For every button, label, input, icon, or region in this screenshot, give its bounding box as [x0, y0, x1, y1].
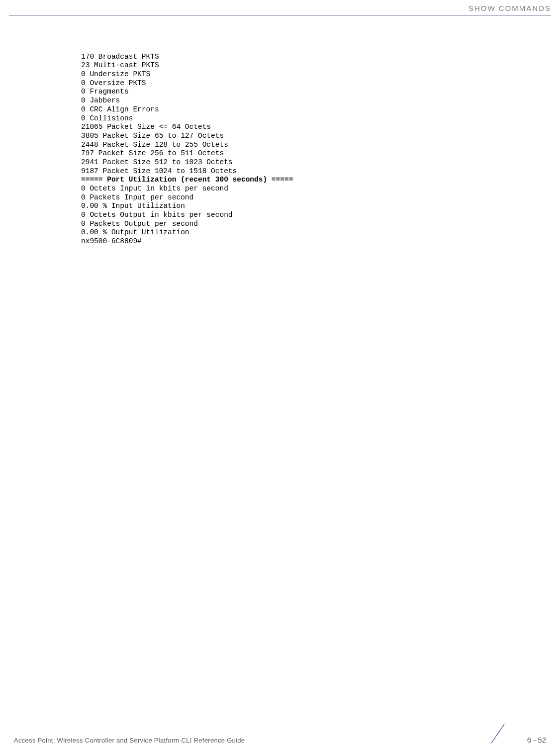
page-footer: Access Point, Wireless Controller and Se…: [0, 724, 560, 754]
cli-line: 2941 Packet Size 512 to 1023 Octets: [81, 158, 233, 166]
page-header: SHOW COMMANDS: [0, 0, 560, 15]
cli-section-header: ===== Port Utilization (recent 300 secon…: [81, 176, 293, 184]
cli-line: 0 Oversize PKTS: [81, 79, 146, 87]
cli-line: 0 CRC Align Errors: [81, 105, 159, 113]
cli-line: 21065 Packet Size <= 64 Octets: [81, 123, 211, 131]
cli-line: 0 Packets Input per second: [81, 193, 193, 201]
cli-line: 23 Multi-cast PKTS: [81, 61, 159, 69]
footer-text: Access Point, Wireless Controller and Se…: [14, 737, 245, 744]
cli-line: 9187 Packet Size 1024 to 1518 Octets: [81, 167, 237, 175]
cli-line: 0 Fragments: [81, 88, 129, 95]
cli-line: 0 Octets Output in kbits per second: [81, 211, 233, 219]
cli-line: 0 Jabbers: [81, 96, 120, 104]
cli-line: 2448 Packet Size 128 to 255 Octets: [81, 141, 228, 149]
header-title: SHOW COMMANDS: [468, 4, 551, 12]
cli-line: 797 Packet Size 256 to 511 Octets: [81, 149, 224, 157]
cli-line: nx9500-6C8809#: [81, 237, 142, 245]
cli-line: 3805 Packet Size 65 to 127 Octets: [81, 132, 224, 140]
cli-line: 0.00 % Input Utilization: [81, 202, 185, 210]
cli-line: 0 Packets Output per second: [81, 220, 198, 228]
svg-line-0: [491, 724, 504, 743]
cli-line: 0 Octets Input in kbits per second: [81, 185, 228, 192]
cli-line: 0 Collisions: [81, 114, 133, 122]
cli-line: 170 Broadcast PKTS: [81, 53, 159, 61]
page-number: 6 - 52: [527, 736, 546, 744]
header-rule: [9, 15, 551, 15]
cli-line: 0.00 % Output Utilization: [81, 228, 189, 236]
cli-line: 0 Undersize PKTS: [81, 70, 150, 78]
slash-icon: [485, 721, 510, 748]
cli-output: 170 Broadcast PKTS 23 Multi-cast PKTS 0 …: [81, 44, 293, 246]
